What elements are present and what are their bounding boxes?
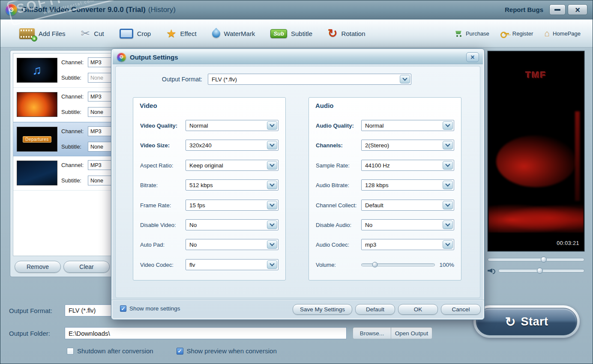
video-size-label: Video Size: [140, 142, 186, 149]
toolbar-rotation[interactable]: ↻ Rotation [328, 27, 365, 40]
seek-slider[interactable] [488, 258, 584, 261]
chevron-down-icon[interactable] [267, 141, 277, 149]
video-codec-select[interactable]: flv [186, 259, 279, 270]
save-my-settings-button[interactable]: Save My Settings [293, 304, 352, 315]
show-more-settings-checkbox[interactable]: ✓ [120, 305, 126, 312]
channels-select[interactable]: 2(Stereo) [361, 140, 454, 151]
preview-volume-thumb[interactable] [537, 268, 543, 274]
remove-button[interactable]: Remove [15, 261, 61, 273]
audio-bitrate-value: 128 kbps [365, 182, 389, 188]
shutdown-checkbox[interactable] [67, 348, 74, 355]
cancel-button[interactable]: Cancel [441, 304, 481, 315]
browse-button[interactable]: Browse... [353, 327, 391, 339]
chevron-down-icon[interactable] [267, 221, 277, 229]
video-quality-select[interactable]: Normal [186, 120, 279, 131]
chevron-down-icon[interactable] [443, 181, 453, 189]
chevron-down-icon[interactable] [443, 240, 453, 249]
audio-codec-select[interactable]: mp3 [361, 239, 454, 250]
start-cycle-icon: ↻ [505, 314, 515, 329]
chevron-down-icon[interactable] [400, 75, 410, 84]
chevron-down-icon[interactable] [267, 181, 277, 189]
register-link[interactable]: Register [500, 30, 533, 37]
toolbar-cut[interactable]: ✂ Cut [81, 27, 104, 40]
auto-pad-value: No [189, 242, 197, 248]
chevron-down-icon[interactable] [267, 161, 277, 170]
bitrate-field: Bitrate: 512 kbps [140, 179, 279, 191]
ok-button[interactable]: OK [398, 304, 438, 315]
bitrate-select[interactable]: 512 kbps [186, 179, 279, 191]
volume-slider[interactable] [361, 263, 435, 266]
watermark-label: WaterMark [224, 30, 255, 37]
chevron-down-icon[interactable] [267, 240, 277, 249]
minimize-button[interactable] [549, 4, 566, 15]
preview-checkbox[interactable]: ✓ [177, 348, 183, 355]
rotation-label: Rotation [341, 30, 365, 37]
preview-checkbox-row[interactable]: ✓ Show preview when conversion [177, 347, 277, 355]
seek-slider-thumb[interactable] [541, 257, 547, 263]
auto-pad-select[interactable]: No [186, 239, 279, 250]
close-button[interactable]: × [568, 4, 587, 15]
add-files-icon: + [19, 28, 35, 39]
report-bugs-link[interactable]: Report Bugs [505, 6, 543, 13]
channel-collect-select[interactable]: Default [361, 200, 454, 211]
subtitle-value: None [90, 75, 103, 81]
channels-label: Channels: [316, 142, 361, 149]
volume-slider-thumb[interactable] [372, 262, 377, 268]
video-settings-group: Video Video Quality: Normal Video Size: … [133, 97, 286, 280]
disable-audio-value: No [365, 222, 372, 228]
sample-rate-select[interactable]: 44100 Hz [361, 160, 454, 171]
chevron-down-icon[interactable] [267, 201, 277, 209]
dialog-title: Output Settings [130, 54, 178, 61]
toolbar-add-files[interactable]: + Add Files [19, 28, 66, 39]
video-size-select[interactable]: 320x240 [186, 140, 279, 151]
file-thumbnail-departures: Departures [17, 127, 57, 152]
open-output-button[interactable]: Open Output [391, 327, 432, 339]
subtitle-value: None [90, 178, 103, 184]
start-button[interactable]: ↻ Start [473, 305, 580, 338]
subtitle-value: None [90, 109, 103, 115]
volume-label: Volume: [316, 262, 361, 268]
dialog-close-button[interactable]: × [466, 52, 479, 62]
purchase-link[interactable]: Purchase [455, 30, 489, 37]
chevron-down-icon[interactable] [443, 141, 453, 149]
bitrate-label: Bitrate: [140, 182, 186, 188]
show-more-settings-row[interactable]: ✓ Show more settings [120, 305, 180, 312]
disable-video-select[interactable]: No [186, 219, 279, 230]
toolbar-crop[interactable]: Crop [120, 29, 151, 39]
toolbar-watermark[interactable]: WaterMark [212, 30, 255, 38]
homepage-link[interactable]: ⌂ HomePage [544, 28, 581, 39]
audio-quality-select[interactable]: Normal [361, 120, 454, 131]
water-drop-icon [210, 28, 222, 39]
chevron-down-icon[interactable] [267, 121, 277, 130]
chevron-down-icon[interactable] [443, 201, 453, 209]
audio-bitrate-select[interactable]: 128 kbps [361, 179, 454, 191]
video-size-field: Video Size: 320x240 [140, 140, 279, 151]
disable-audio-label: Disable Audio: [316, 222, 361, 228]
preview-volume-slider[interactable] [498, 269, 584, 272]
dialog-output-format-select[interactable]: FLV (*.flv) [208, 74, 411, 85]
chevron-down-icon[interactable] [443, 161, 453, 170]
disable-audio-field: Disable Audio: No [316, 219, 454, 230]
aspect-ratio-select[interactable]: Keep original [186, 160, 279, 171]
chevron-down-icon[interactable] [443, 121, 453, 130]
shutdown-checkbox-row[interactable]: Shutdown after conversion [67, 347, 153, 355]
output-folder-input[interactable] [65, 327, 347, 339]
chevron-down-icon[interactable] [267, 260, 277, 269]
video-frame-art [575, 111, 580, 201]
dialog-titlebar[interactable]: ⚙ Output Settings × [113, 50, 483, 64]
playback-time: 00:03:21 [557, 240, 579, 246]
titlebar[interactable]: ⚙ GiliSoft Video Converter 9.0.0 (Trial)… [0, 0, 593, 19]
toolbar-effect[interactable]: ★ Effect [166, 27, 196, 40]
channel-collect-field: Channel Collect: Default [316, 200, 454, 211]
default-button[interactable]: Default [355, 304, 395, 315]
toolbar-subtitle[interactable]: Sub Subtitle [270, 29, 312, 38]
cut-label: Cut [94, 30, 104, 37]
crop-label: Crop [137, 30, 151, 37]
sample-rate-value: 44100 Hz [365, 162, 390, 169]
frame-rate-select[interactable]: 15 fps [186, 200, 279, 211]
window-title-mode: (History) [148, 6, 176, 14]
chevron-down-icon[interactable] [443, 221, 453, 229]
disable-audio-select[interactable]: No [361, 219, 454, 230]
audio-codec-label: Audio Codec: [316, 242, 361, 248]
clear-button[interactable]: Clear [63, 261, 110, 273]
